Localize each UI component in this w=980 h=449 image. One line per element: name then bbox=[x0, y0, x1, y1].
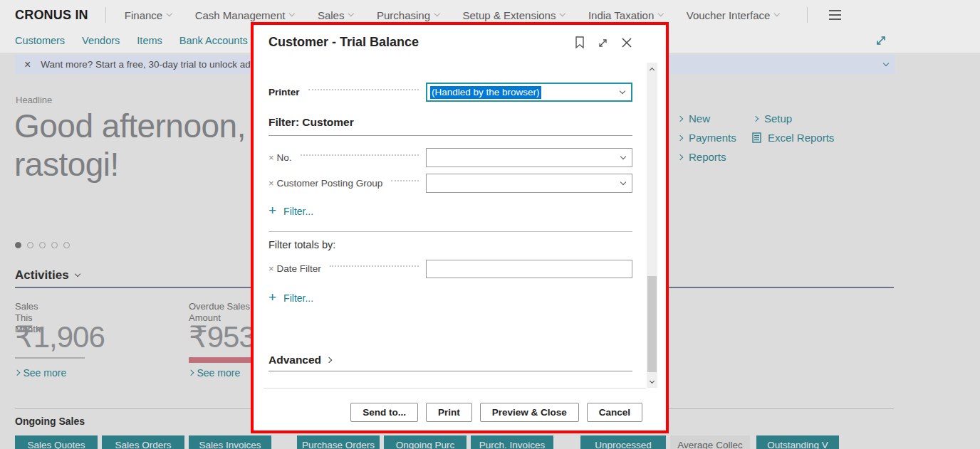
spreadsheet-icon bbox=[752, 132, 761, 143]
printer-combobox[interactable]: (Handled by the browser) bbox=[426, 83, 632, 102]
tile-purchase-orders[interactable]: Purchase Orders bbox=[297, 435, 380, 449]
printer-label: Printer bbox=[269, 87, 300, 97]
close-icon[interactable] bbox=[621, 37, 632, 48]
nav-item-setup-extensions[interactable]: Setup & Extensions bbox=[463, 9, 565, 21]
carousel-dot[interactable] bbox=[15, 242, 21, 248]
expand-icon[interactable] bbox=[875, 34, 887, 50]
nav-item-purchasing[interactable]: Purchasing bbox=[377, 9, 439, 21]
no-filter-row: × No. bbox=[269, 148, 632, 167]
action-link-reports[interactable]: Reports bbox=[678, 151, 726, 163]
cancel-button[interactable]: Cancel bbox=[587, 403, 642, 422]
divider bbox=[105, 7, 106, 23]
clear-filter-icon[interactable]: × bbox=[269, 178, 274, 189]
company-menu[interactable]: CRONUS IN bbox=[15, 8, 88, 23]
nav-item-voucher-interface[interactable]: Voucher Interface bbox=[687, 9, 779, 21]
chevron-right-icon bbox=[677, 134, 683, 140]
chevron-down-icon bbox=[348, 11, 354, 16]
chevron-right-icon bbox=[677, 154, 683, 159]
action-link-payments[interactable]: Payments bbox=[678, 132, 736, 144]
printer-selected-value: (Handled by the browser) bbox=[430, 86, 541, 99]
menu-icon[interactable] bbox=[829, 10, 841, 20]
dialog-scrollbar[interactable] bbox=[647, 63, 657, 388]
carousel-dot[interactable] bbox=[27, 242, 33, 248]
bookmark-icon[interactable] bbox=[575, 36, 585, 49]
dotted-leader bbox=[330, 265, 419, 267]
action-link-excel-reports[interactable]: Excel Reports bbox=[752, 132, 834, 144]
greeting-text: Good afternoon, rastogi! bbox=[14, 107, 279, 184]
chevron-right-icon bbox=[753, 115, 759, 121]
subnav-item-items[interactable]: Items bbox=[137, 35, 162, 46]
carousel-dot[interactable] bbox=[51, 242, 58, 248]
chevron-down-icon bbox=[74, 271, 80, 277]
tile-ongoing-purchases[interactable]: Ongoing Purc bbox=[384, 435, 466, 449]
subnav-item-customers[interactable]: Customers bbox=[15, 35, 65, 46]
chevron-down-icon[interactable] bbox=[883, 60, 889, 65]
subnav-item-bank-accounts[interactable]: Bank Accounts bbox=[179, 35, 248, 46]
tile-sales-orders[interactable]: Sales Orders bbox=[102, 435, 184, 449]
sub-navigation: Customers Vendors Items Bank Accounts bbox=[15, 35, 248, 46]
tile-sales-invoices[interactable]: Sales Invoices bbox=[189, 435, 271, 449]
divider bbox=[269, 371, 632, 371]
nav-item-india-taxation[interactable]: India Taxation bbox=[588, 9, 663, 21]
dotted-leader bbox=[308, 89, 419, 90]
chevron-down-icon bbox=[774, 11, 780, 16]
scroll-up-icon[interactable] bbox=[647, 63, 657, 74]
nav-item-sales[interactable]: Sales bbox=[318, 9, 353, 21]
headline-label: Headline bbox=[16, 95, 52, 105]
activities-heading[interactable]: Activities bbox=[15, 268, 80, 282]
date-filter-row: × Date Filter bbox=[269, 259, 632, 278]
date-filter-input[interactable] bbox=[426, 260, 632, 278]
tile-unprocessed[interactable]: Unprocessed bbox=[580, 435, 666, 449]
chevron-down-icon bbox=[289, 11, 295, 16]
tile-purchase-invoices[interactable]: Purch. Invoices bbox=[471, 435, 553, 449]
cue-value: ₹953 bbox=[189, 319, 255, 354]
customer-posting-group-filter-row: × Customer Posting Group bbox=[269, 174, 632, 193]
ongoing-sales-heading: Ongoing Sales bbox=[15, 416, 85, 427]
divider bbox=[807, 7, 808, 23]
no-combobox[interactable] bbox=[426, 148, 632, 167]
print-button[interactable]: Print bbox=[426, 403, 472, 422]
see-more-link[interactable]: See more bbox=[15, 367, 66, 379]
add-filter-link[interactable]: + Filter... bbox=[269, 292, 313, 304]
scroll-down-icon[interactable] bbox=[647, 376, 657, 388]
filter-totals-heading: Filter totals by: bbox=[269, 239, 335, 250]
customer-posting-group-combobox[interactable] bbox=[426, 174, 632, 193]
nav-item-finance[interactable]: Finance bbox=[125, 9, 172, 21]
carousel-dots bbox=[15, 242, 70, 248]
plus-icon: + bbox=[269, 290, 276, 304]
printer-field-row: Printer (Handled by the browser) bbox=[269, 83, 632, 102]
send-to-button[interactable]: Send to... bbox=[350, 403, 418, 422]
clear-filter-icon[interactable]: × bbox=[269, 263, 274, 274]
tile-average-collection[interactable]: Average Collec bbox=[670, 435, 750, 449]
plus-icon: + bbox=[269, 204, 276, 217]
carousel-dot[interactable] bbox=[39, 242, 46, 248]
chevron-right-icon bbox=[188, 370, 194, 376]
add-filter-link[interactable]: + Filter... bbox=[269, 205, 313, 217]
divider bbox=[269, 231, 632, 232]
dismiss-icon[interactable]: × bbox=[24, 59, 31, 70]
chevron-down-icon bbox=[167, 11, 172, 16]
filter-customer-heading: Filter: Customer bbox=[269, 116, 354, 129]
action-link-setup[interactable]: Setup bbox=[754, 112, 792, 125]
chevron-down-icon bbox=[560, 11, 565, 16]
chevron-right-icon bbox=[677, 115, 683, 121]
preview-close-button[interactable]: Preview & Close bbox=[480, 403, 579, 422]
customer-posting-group-label: Customer Posting Group bbox=[277, 178, 383, 189]
action-link-new[interactable]: New bbox=[678, 112, 710, 125]
chevron-right-icon bbox=[14, 370, 20, 376]
carousel-dot[interactable] bbox=[63, 242, 70, 248]
see-more-link[interactable]: See more bbox=[189, 367, 240, 379]
dotted-leader bbox=[391, 180, 419, 181]
clear-filter-icon[interactable]: × bbox=[269, 152, 274, 163]
resize-icon[interactable] bbox=[597, 37, 609, 49]
nav-item-cash-management[interactable]: Cash Management bbox=[195, 9, 294, 21]
customer-trial-balance-dialog: Customer - Trial Balance Printer (Handle… bbox=[254, 25, 666, 430]
tile-sales-quotes[interactable]: Sales Quotes bbox=[15, 435, 98, 449]
divider bbox=[269, 135, 632, 136]
scrollbar-thumb[interactable] bbox=[647, 276, 657, 372]
no-label: No. bbox=[277, 152, 292, 163]
advanced-toggle[interactable]: Advanced bbox=[269, 354, 331, 366]
tile-outstanding[interactable]: Outstanding V bbox=[756, 435, 839, 449]
dotted-leader bbox=[301, 154, 419, 156]
subnav-item-vendors[interactable]: Vendors bbox=[82, 35, 120, 46]
